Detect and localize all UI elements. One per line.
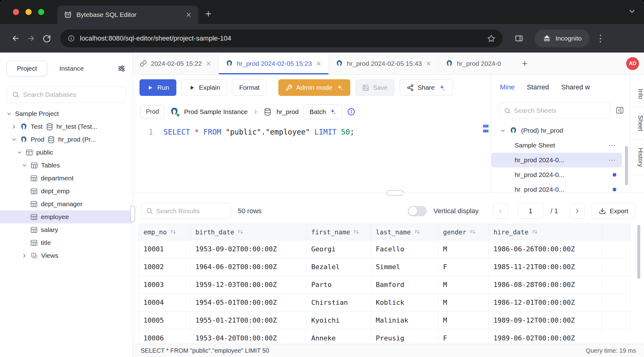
rail-tab-sheet[interactable]: Sheet (630, 107, 644, 139)
close-icon[interactable] (426, 61, 432, 67)
table-row[interactable]: 100041954-05-01T00:00:00ZChirstianKoblic… (139, 294, 630, 312)
chevron-down-icon[interactable] (6, 111, 12, 117)
sheet-item[interactable]: hr_prod 2024-0... (491, 167, 622, 182)
chevron-right-icon[interactable] (22, 253, 27, 259)
page-number-input[interactable] (517, 203, 544, 219)
tree-item-table-salary[interactable]: salary (0, 223, 132, 236)
batch-button[interactable]: Batch (304, 104, 342, 119)
share-button[interactable]: Share (400, 79, 453, 96)
side-panel-button[interactable] (511, 31, 527, 46)
tab-mine[interactable]: Mine (500, 83, 515, 91)
table-scrollbar[interactable] (637, 225, 640, 279)
chevron-right-icon[interactable] (11, 124, 17, 130)
save-button[interactable]: Save (355, 79, 395, 96)
sheet-tab-4[interactable]: hr_prod 2024-0 (439, 53, 516, 74)
chevron-down-icon[interactable] (11, 137, 17, 143)
site-info-icon[interactable] (68, 35, 75, 42)
run-button[interactable]: Run (139, 79, 176, 96)
tree-item-table-department[interactable]: department (0, 172, 132, 185)
sidebar-resize-handle[interactable] (130, 206, 135, 222)
sql-editor[interactable]: 1 SELECT * FROM "public"."employee" LIMI… (133, 123, 491, 193)
chevron-down-icon[interactable] (17, 150, 22, 155)
tab-instance[interactable]: Instance (59, 65, 84, 72)
window-zoom-button[interactable] (38, 9, 44, 15)
bookmark-star-icon[interactable] (487, 34, 495, 42)
filter-settings-icon[interactable] (117, 64, 126, 73)
admin-mode-button[interactable]: Admin mode (278, 79, 350, 96)
table-row[interactable]: 100061953-04-20T00:00:00ZAnnekePreusigF1… (139, 329, 630, 344)
back-button[interactable] (8, 31, 23, 46)
tree-item-table-dept-manager[interactable]: dept_manager (0, 198, 132, 210)
sheet-item[interactable]: hr_prod 2024-0... (491, 182, 622, 193)
connection-info-icon[interactable] (347, 108, 355, 116)
tree-item-database-test[interactable]: Test hr_test (Test... (0, 120, 132, 133)
sheet-item-selected[interactable]: hr_prod 2024-0... ⋯ (491, 153, 622, 167)
user-avatar[interactable]: AD (626, 57, 639, 70)
format-button[interactable]: Format (232, 79, 267, 96)
column-header[interactable]: first_name (306, 224, 371, 240)
sheet-tab-3[interactable]: hr_prod 2024-02-05 15:43 (329, 53, 439, 74)
sheet-tab-1[interactable]: 2024-02-05 15:22 (133, 53, 219, 74)
rail-tab-info[interactable]: Info (630, 81, 644, 107)
sort-icon[interactable] (469, 229, 476, 235)
sheet-list-scrollbar[interactable] (625, 146, 628, 185)
sort-icon[interactable] (237, 229, 244, 235)
reload-button[interactable] (39, 31, 54, 46)
more-actions-icon[interactable]: ⋯ (608, 141, 616, 150)
collapse-panel-icon[interactable] (615, 106, 624, 115)
explain-button[interactable]: Explain (181, 79, 227, 96)
window-close-button[interactable] (13, 9, 19, 15)
tree-item-project[interactable]: Sample Project (0, 107, 132, 120)
tree-item-table-employee[interactable]: employee (0, 210, 132, 223)
tab-search-chevron-icon[interactable] (628, 7, 636, 15)
column-header[interactable]: last_name (371, 224, 438, 240)
instance-name[interactable]: Prod Sample Instance (184, 108, 248, 116)
tab-shared[interactable]: Shared w (561, 83, 590, 91)
next-page-button[interactable] (570, 203, 585, 219)
prev-page-button[interactable] (493, 203, 508, 219)
column-header[interactable]: hire_date (489, 224, 603, 240)
tree-item-schema-public[interactable]: public (0, 146, 132, 159)
browser-menu-button[interactable]: ⋮ (596, 34, 605, 43)
table-row[interactable]: 100011953-09-02T00:00:00ZGeorgiFacelloM1… (139, 240, 630, 258)
new-sheet-tab-button[interactable] (516, 53, 533, 74)
window-minimize-button[interactable] (26, 9, 32, 15)
rail-tab-history[interactable]: History (630, 140, 644, 175)
table-row[interactable]: 100031959-12-03T00:00:00ZPartoBamfordM19… (139, 276, 630, 294)
search-sheets-input[interactable] (514, 107, 606, 114)
column-header[interactable]: gender (438, 224, 489, 240)
chevron-down-icon[interactable] (500, 128, 506, 134)
sort-icon[interactable] (414, 229, 420, 235)
close-icon[interactable] (316, 61, 322, 67)
tree-item-views[interactable]: Views (0, 249, 132, 262)
search-databases-input[interactable] (23, 91, 120, 98)
sort-icon[interactable] (353, 229, 359, 235)
table-row[interactable]: 100021964-06-02T00:00:00ZBezalelSimmelF1… (139, 258, 630, 276)
sort-icon[interactable] (170, 229, 176, 235)
tab-starred[interactable]: Starred (527, 83, 549, 91)
browser-tab-close-icon[interactable] (185, 11, 192, 18)
table-row[interactable]: 100051955-01-21T00:00:00ZKyoichiMaliniak… (139, 312, 630, 329)
tree-item-tables[interactable]: Tables (0, 159, 132, 172)
search-results-input[interactable] (156, 207, 226, 215)
results-resize-handle[interactable] (387, 190, 404, 196)
new-tab-button[interactable] (200, 6, 217, 22)
forward-button[interactable] (23, 31, 39, 46)
browser-tab[interactable]: Bytebase SQL Editor (57, 6, 198, 24)
more-actions-icon[interactable]: ⋯ (608, 156, 616, 164)
column-header[interactable]: emp_no (139, 224, 190, 240)
database-name[interactable]: hr_prod (277, 108, 299, 116)
chevron-down-icon[interactable] (22, 163, 27, 168)
column-header[interactable]: birth_date (190, 224, 306, 240)
close-icon[interactable] (206, 61, 212, 67)
sort-icon[interactable] (532, 229, 538, 235)
tree-item-table-title[interactable]: title (0, 236, 132, 249)
tree-item-database-prod[interactable]: Prod hr_prod (Pr... (0, 133, 132, 146)
sheet-tab-2-active[interactable]: hr_prod 2024-02-05 15:23 (219, 53, 329, 74)
sheet-item[interactable]: Sample Sheet ⋯ (491, 138, 622, 153)
tree-item-table-dept-emp[interactable]: dept_emp (0, 185, 132, 198)
vertical-display-toggle[interactable] (408, 206, 427, 216)
tab-project[interactable]: Project (7, 61, 47, 76)
sheet-group-row[interactable]: (Prod) hr_prod (491, 123, 622, 138)
url-bar[interactable]: localhost:8080/sql-editor/sheet/project-… (60, 29, 503, 47)
